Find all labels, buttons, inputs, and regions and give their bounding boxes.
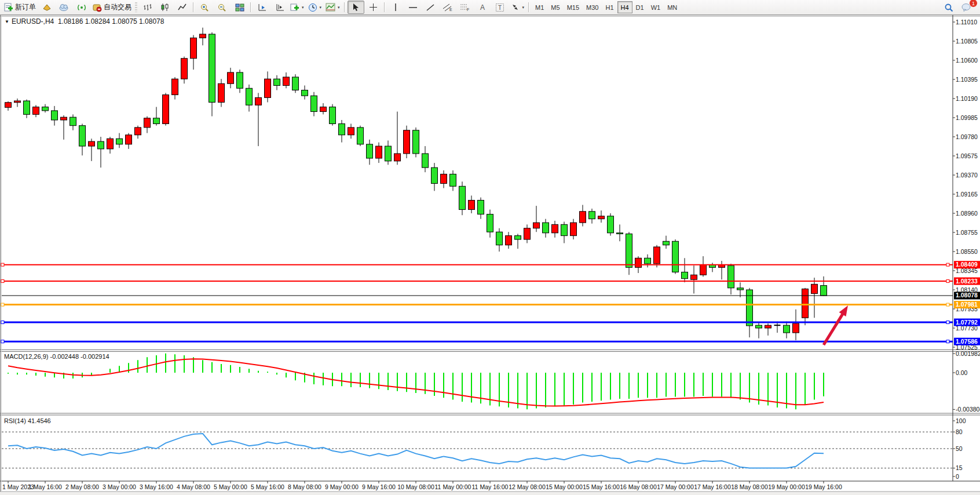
candle-body <box>533 223 540 228</box>
horizontal-line[interactable]: 1.07792 <box>1 319 980 326</box>
candle-body <box>784 325 790 333</box>
line-handle[interactable] <box>946 263 949 266</box>
toolbar: 新订单 自动交易 <box>0 0 980 15</box>
horizontal-line[interactable]: 1.08409 <box>1 261 980 268</box>
candle-body <box>645 258 651 264</box>
candle <box>515 234 521 249</box>
horizontal-line[interactable]: 1.08078 <box>2 292 980 299</box>
timeframe-m1-button[interactable]: M1 <box>532 1 547 13</box>
candle-body <box>144 118 151 128</box>
tile-windows-button[interactable] <box>231 1 248 14</box>
crosshair-button[interactable] <box>365 1 382 14</box>
toolbar-separator <box>344 2 345 12</box>
arrows-tool-button[interactable]: ▾ <box>509 1 526 14</box>
timeframe-m5-button[interactable]: M5 <box>547 1 563 13</box>
cursor-button[interactable] <box>348 1 364 14</box>
time-tick-label: 4 May 08:00 <box>177 483 210 490</box>
line-handle[interactable] <box>1 340 4 343</box>
trendline-button[interactable] <box>422 1 439 14</box>
timeframe-d1-button[interactable]: D1 <box>632 1 648 13</box>
price-tick-label: 1.08960 <box>956 210 978 217</box>
macd-tick-label: 0.001982 <box>956 350 980 357</box>
new-chart-button[interactable]: ▾ <box>288 1 306 14</box>
vertical-line-button[interactable] <box>387 1 404 14</box>
line-handle[interactable] <box>946 321 949 324</box>
line-handle[interactable] <box>1 280 4 283</box>
time-tick-label: 17 May 00:00 <box>657 483 694 490</box>
candle-body <box>413 130 419 154</box>
signal-tool-button[interactable] <box>73 1 90 14</box>
candle <box>672 239 679 274</box>
line-handle[interactable] <box>1 263 4 266</box>
candle-body <box>552 224 558 232</box>
toolbar-separator <box>528 2 529 12</box>
search-button[interactable] <box>941 1 957 14</box>
line-handle[interactable] <box>1 303 4 306</box>
trend-arrow[interactable] <box>824 305 848 345</box>
candle <box>52 106 58 126</box>
candle-body <box>571 223 577 236</box>
horizontal-line[interactable]: 1.07586 <box>1 338 980 345</box>
candle <box>432 163 438 191</box>
symbol-dropdown-icon[interactable]: ▼ <box>5 19 9 24</box>
horizontal-line-button[interactable] <box>405 1 422 14</box>
timeframe-m15-button[interactable]: M15 <box>564 1 583 13</box>
price-tick-label: 1.10190 <box>956 95 978 102</box>
candlestick-chart-icon <box>160 3 170 12</box>
bar-chart-button[interactable] <box>139 1 156 14</box>
cursor-icon <box>352 3 360 12</box>
candle <box>330 104 336 126</box>
text-label-icon: T <box>495 3 505 12</box>
chart-shift-button[interactable] <box>271 1 288 14</box>
timeframe-m30-button[interactable]: M30 <box>583 1 602 13</box>
line-chart-button[interactable] <box>174 1 191 14</box>
new-order-button[interactable]: 新订单 <box>2 1 38 14</box>
publish-tool-button[interactable] <box>56 1 72 14</box>
candle-body <box>598 216 605 219</box>
indicators-button[interactable]: ▾ <box>324 1 342 14</box>
candle-body <box>756 325 762 328</box>
text-tool-button[interactable]: A <box>474 1 491 14</box>
candle-body <box>311 96 317 111</box>
candle-body <box>728 265 734 288</box>
candle-body <box>172 79 178 94</box>
auto-scroll-button[interactable] <box>254 1 270 14</box>
fibonacci-button[interactable]: F <box>457 1 474 14</box>
history-tool-button[interactable] <box>38 1 55 14</box>
candle-body <box>153 118 160 124</box>
text-label-button[interactable]: T <box>492 1 509 14</box>
candle-body <box>821 286 827 296</box>
candle-body <box>79 126 86 146</box>
line-handle[interactable] <box>946 303 949 306</box>
tile-windows-icon <box>235 3 244 12</box>
timeframe-w1-button[interactable]: W1 <box>648 1 664 13</box>
candlestick-chart-button[interactable] <box>156 1 173 14</box>
line-handle[interactable] <box>946 340 949 343</box>
horizontal-line[interactable]: 1.08233 <box>1 278 980 285</box>
timeframe-h4-button[interactable]: H4 <box>617 1 632 13</box>
candle-body <box>654 247 660 264</box>
candle <box>441 170 447 188</box>
line-handle[interactable] <box>946 280 949 283</box>
horizontal-line-icon <box>408 3 418 12</box>
time-axis[interactable]: 1 May 20231 May 16:002 May 08:003 May 00… <box>2 481 842 490</box>
timeframe-h1-button[interactable]: H1 <box>602 1 617 13</box>
indicators-icon <box>326 3 335 12</box>
line-handle[interactable] <box>1 321 4 324</box>
timeframe-group: M1M5M15M30H1H4D1W1MN <box>532 1 681 13</box>
auto-trading-button[interactable]: 自动交易 <box>90 1 133 14</box>
zoom-in-button[interactable] <box>196 1 213 14</box>
candle <box>719 261 725 279</box>
horizontal-line[interactable]: 1.07981 <box>1 301 980 308</box>
candle <box>394 112 401 165</box>
chart-canvas[interactable]: 1.110101.108051.106001.103951.101901.099… <box>0 0 980 495</box>
equidistant-channel-button[interactable]: E <box>440 1 456 14</box>
candle-body <box>441 174 447 183</box>
periods-button[interactable]: ▾ <box>306 1 324 14</box>
chat-button[interactable]: 1 <box>958 1 975 14</box>
time-tick-label: 3 May 16:00 <box>140 483 173 490</box>
candle <box>450 170 456 191</box>
zoom-out-button[interactable] <box>214 1 231 14</box>
timeframe-mn-button[interactable]: MN <box>664 1 681 13</box>
arrows-tool-icon <box>511 3 520 12</box>
